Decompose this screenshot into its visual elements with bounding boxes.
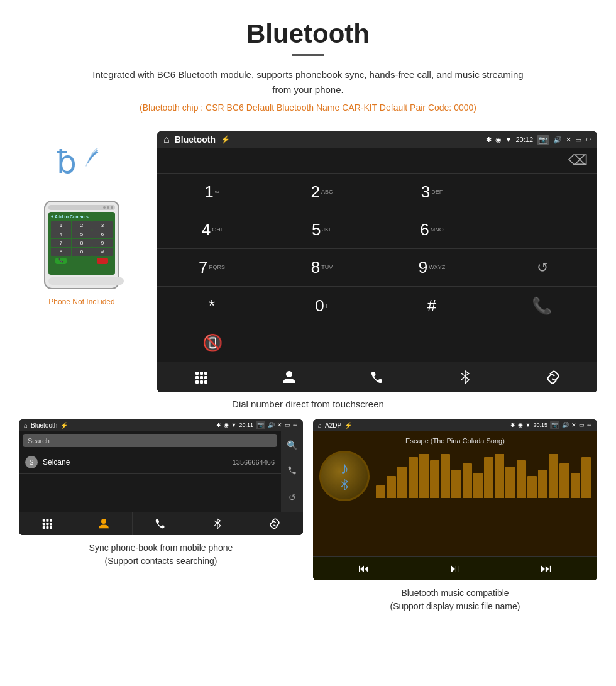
eq-bar	[495, 454, 504, 498]
phone-key-3[interactable]: 3	[92, 221, 113, 230]
phone-section: ƀ + Add to Contacts	[19, 131, 145, 306]
phone-key-2[interactable]: 2	[72, 221, 92, 230]
phone-end-button[interactable]	[97, 258, 108, 264]
phone-key-1[interactable]: 1	[51, 221, 71, 230]
dial-key-0[interactable]: 0+	[267, 287, 377, 324]
bottom-link-icon[interactable]	[509, 362, 597, 392]
pb-close-icon[interactable]: ✕	[277, 422, 282, 428]
pb-usb-icon: ⚡	[60, 422, 68, 429]
dial-key-hash[interactable]: #	[377, 287, 487, 324]
phone-key-0[interactable]: 0	[72, 248, 92, 256]
eq-bar	[409, 457, 418, 498]
svg-rect-13	[42, 523, 45, 525]
dial-key-4[interactable]: 4GHI	[157, 211, 267, 249]
music-screen-container: ⌂ A2DP ⚡ ✱ ◉ ▼ 20:15 📷 🔊 ✕ ▭ ↩	[313, 419, 597, 613]
back-icon[interactable]: ↩	[585, 136, 591, 144]
music-time: 20:15	[533, 422, 547, 428]
dial-display: ⌫	[157, 148, 597, 173]
home-icon[interactable]: ⌂	[163, 134, 170, 145]
camera-icon[interactable]: 📷	[537, 135, 549, 145]
bottom-person-icon[interactable]	[245, 362, 333, 392]
phonebook-search-bar[interactable]: Search	[23, 434, 277, 447]
dial-action-row: * 0+ # 📞 📵	[157, 287, 597, 362]
bluetooth-symbol-icon: ƀ	[57, 144, 77, 180]
pb-home-icon[interactable]: ⌂	[24, 422, 28, 429]
pb-back-icon[interactable]: ↩	[293, 422, 298, 428]
pb-time: 20:11	[239, 422, 253, 428]
eq-bar	[517, 460, 526, 498]
pb-bluetooth-icon[interactable]	[189, 512, 246, 535]
music-screen: ⌂ A2DP ⚡ ✱ ◉ ▼ 20:15 📷 🔊 ✕ ▭ ↩	[313, 419, 597, 580]
music-home-icon[interactable]: ⌂	[318, 422, 322, 429]
phone-key-7[interactable]: 7	[51, 239, 71, 247]
pb-grid-icon[interactable]	[19, 512, 75, 535]
music-back-icon[interactable]: ↩	[587, 422, 592, 428]
call-red-button[interactable]: 📵	[157, 324, 267, 362]
dial-key-3[interactable]: 3DEF	[377, 174, 487, 211]
eq-bar	[430, 460, 439, 498]
prev-button[interactable]: ⏮	[358, 562, 370, 575]
call-green-button[interactable]: 📞	[487, 287, 597, 324]
title-underline	[292, 54, 324, 56]
dial-key-2[interactable]: 2ABC	[267, 174, 377, 211]
dial-reload-cell[interactable]: ↺	[487, 249, 597, 287]
phone-key-5[interactable]: 5	[72, 230, 92, 238]
volume-icon[interactable]: 🔊	[553, 136, 562, 144]
phone-key-9[interactable]: 9	[92, 239, 113, 247]
svg-rect-14	[46, 523, 48, 525]
phonebook-contact-item[interactable]: S Seicane 13566664466	[19, 451, 281, 474]
wifi-signal-icon: ▼	[505, 136, 512, 143]
music-wifi-icon: ▼	[525, 422, 531, 428]
pb-person-icon[interactable]	[75, 512, 132, 535]
dial-key-9[interactable]: 9WXYZ	[377, 249, 487, 287]
phone-top-bar	[48, 205, 115, 210]
svg-rect-12	[50, 519, 52, 522]
pb-search-icon[interactable]: 🔍	[287, 440, 297, 450]
dial-screen-title: Bluetooth	[175, 135, 216, 145]
music-status-left: ⌂ A2DP ⚡	[318, 422, 352, 429]
bluetooth-illustration: ƀ	[50, 144, 113, 194]
bottom-screens: ⌂ Bluetooth ⚡ ✱ ◉ ▼ 20:11 📷 🔊 ✕ ▭ ↩	[0, 419, 616, 613]
eq-bar	[376, 485, 385, 498]
window-icon[interactable]: ▭	[575, 136, 581, 144]
eq-bar	[451, 470, 461, 498]
dial-key-1[interactable]: 1∞	[157, 174, 267, 211]
phone-key-6[interactable]: 6	[92, 230, 113, 238]
phone-screen: + Add to Contacts 1 2 3 4 5 6 7 8 9 * 0	[48, 212, 115, 275]
pb-bt-icon: ✱	[216, 422, 221, 428]
eq-bar	[473, 473, 483, 498]
eq-bar	[559, 463, 569, 498]
pb-status-right: ✱ ◉ ▼ 20:11 📷 🔊 ✕ ▭ ↩	[216, 421, 298, 429]
pb-phone-icon[interactable]	[133, 512, 189, 535]
phone-key-8[interactable]: 8	[72, 239, 92, 247]
svg-rect-18	[50, 526, 52, 529]
svg-rect-3	[195, 376, 199, 379]
phone-home-button[interactable]	[48, 277, 124, 285]
dial-key-6[interactable]: 6MNO	[377, 211, 487, 249]
music-win-icon[interactable]: ▭	[579, 422, 585, 428]
backspace-button[interactable]: ⌫	[568, 152, 588, 169]
phone-key-4[interactable]: 4	[51, 230, 71, 238]
pb-win-icon[interactable]: ▭	[285, 422, 290, 428]
bottom-grid-icon[interactable]	[157, 362, 245, 392]
dial-key-7[interactable]: 7PQRS	[157, 249, 267, 287]
dial-status-bar: ⌂ Bluetooth ⚡ ✱ ◉ ▼ 20:12 📷 🔊 ✕ ▭ ↩	[157, 131, 597, 148]
music-camera-icon: 📷	[550, 421, 559, 429]
dial-key-5[interactable]: 5JKL	[267, 211, 377, 249]
next-button[interactable]: ⏭	[541, 562, 552, 575]
bottom-phone-icon[interactable]	[333, 362, 421, 392]
phonebook-main: Search S Seicane 13566664466	[19, 431, 281, 512]
pb-reload-icon[interactable]: ↺	[289, 492, 296, 502]
pb-phone-sidebar-icon[interactable]	[288, 466, 297, 477]
dial-key-star[interactable]: *	[157, 287, 267, 324]
play-pause-button[interactable]: ⏯	[449, 562, 461, 575]
close-icon[interactable]: ✕	[566, 136, 571, 144]
bt-music-icon	[339, 479, 349, 494]
bottom-bluetooth-icon[interactable]	[421, 362, 509, 392]
phone-call-button[interactable]: 📞	[55, 258, 67, 264]
pb-link-icon[interactable]	[246, 512, 303, 535]
dial-key-8[interactable]: 8TUV	[267, 249, 377, 287]
phone-key-hash[interactable]: #	[92, 248, 113, 256]
phone-key-star[interactable]: *	[51, 248, 71, 256]
music-close-icon[interactable]: ✕	[571, 422, 576, 428]
